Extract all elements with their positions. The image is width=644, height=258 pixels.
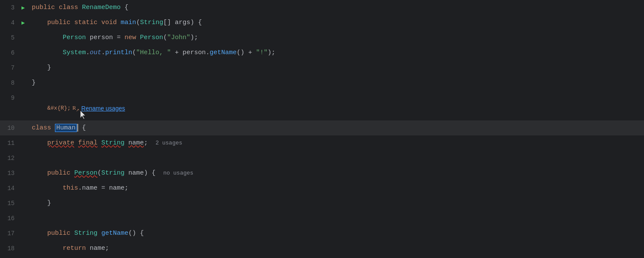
code-line-12: 12 bbox=[0, 150, 644, 166]
line-number-17: 17 bbox=[0, 230, 21, 237]
line-number-12: 12 bbox=[0, 155, 21, 162]
code-content-5: Person person = new Person("John"); bbox=[32, 30, 644, 45]
code-line-14: 14 this.name = name; bbox=[0, 181, 644, 196]
code-content-15: } bbox=[32, 196, 644, 211]
line-number-11: 11 bbox=[0, 140, 21, 147]
line-number-5: 5 bbox=[0, 34, 21, 41]
code-content-17: public String getName() { bbox=[32, 226, 644, 241]
code-content-10: class Human { bbox=[32, 120, 644, 135]
code-line-8: 8 } bbox=[0, 75, 644, 90]
usages-hint-11: 2 usages bbox=[155, 140, 182, 146]
line-number-4: 4 bbox=[0, 19, 21, 26]
line-number-3: 3 bbox=[0, 4, 21, 11]
code-line-6: 6 System.out.println("Hello, " + person.… bbox=[0, 45, 644, 60]
line-number-16: 16 bbox=[0, 215, 21, 222]
code-line-11: 11 private final String name; 2 usages bbox=[0, 135, 644, 150]
code-content-6: System.out.println("Hello, " + person.ge… bbox=[32, 45, 644, 60]
code-line-9: 9 bbox=[0, 90, 644, 105]
line-number-9: 9 bbox=[0, 95, 21, 101]
code-line-15: 15 } bbox=[0, 196, 644, 211]
rename-popup-icon-char: R↗ bbox=[73, 104, 80, 112]
code-line-17: 17 public String getName() { bbox=[0, 226, 644, 241]
code-content-3: public class RenameDemo { bbox=[32, 0, 644, 15]
line-number-18: 18 bbox=[0, 245, 21, 252]
code-line-18: 18 return name; bbox=[0, 241, 644, 256]
line-number-7: 7 bbox=[0, 64, 21, 71]
line-number-8: 8 bbox=[0, 80, 21, 86]
usages-hint-13: no usages bbox=[163, 170, 193, 176]
rename-popup: &#x{R}; R↗ Rename usages bbox=[47, 104, 125, 112]
code-content-8: } bbox=[32, 75, 644, 90]
rename-icon: &#x{R}; bbox=[47, 105, 71, 111]
line-number-14: 14 bbox=[0, 185, 21, 192]
code-line-13: 13 public Person(String name) { no usage… bbox=[0, 166, 644, 181]
text-cursor bbox=[77, 124, 78, 132]
rename-usages-row: &#x{R}; R↗ Rename usages bbox=[0, 105, 644, 120]
code-line-7: 7 } bbox=[0, 60, 644, 75]
human-classname: Human bbox=[55, 124, 77, 132]
code-line-16: 16 bbox=[0, 211, 644, 226]
code-content-13: public Person(String name) { no usages bbox=[32, 166, 644, 181]
code-content-18: return name; bbox=[32, 241, 644, 256]
code-line-5: 5 Person person = new Person("John"); bbox=[0, 30, 644, 45]
run-icon-4[interactable]: ▶ bbox=[21, 19, 30, 26]
code-line-10: 10 class Human { bbox=[0, 120, 644, 135]
code-content-11: private final String name; 2 usages bbox=[32, 135, 644, 150]
code-content-7: } bbox=[32, 60, 644, 75]
code-line-3: 3 ▶ public class RenameDemo { bbox=[0, 0, 644, 15]
line-number-13: 13 bbox=[0, 170, 21, 177]
code-container: 3 ▶ public class RenameDemo { 4 ▶ public… bbox=[0, 0, 644, 256]
code-content-4: public static void main(String[] args) { bbox=[32, 15, 644, 30]
rename-usages-link[interactable]: Rename usages bbox=[81, 105, 125, 112]
line-number-10: 10 bbox=[0, 125, 21, 132]
code-line-4: 4 ▶ public static void main(String[] arg… bbox=[0, 15, 644, 30]
line-number-6: 6 bbox=[0, 49, 21, 56]
line-number-15: 15 bbox=[0, 200, 21, 207]
code-content-14: this.name = name; bbox=[32, 181, 644, 196]
run-icon-3[interactable]: ▶ bbox=[21, 4, 30, 11]
code-editor: 3 ▶ public class RenameDemo { 4 ▶ public… bbox=[0, 0, 644, 258]
